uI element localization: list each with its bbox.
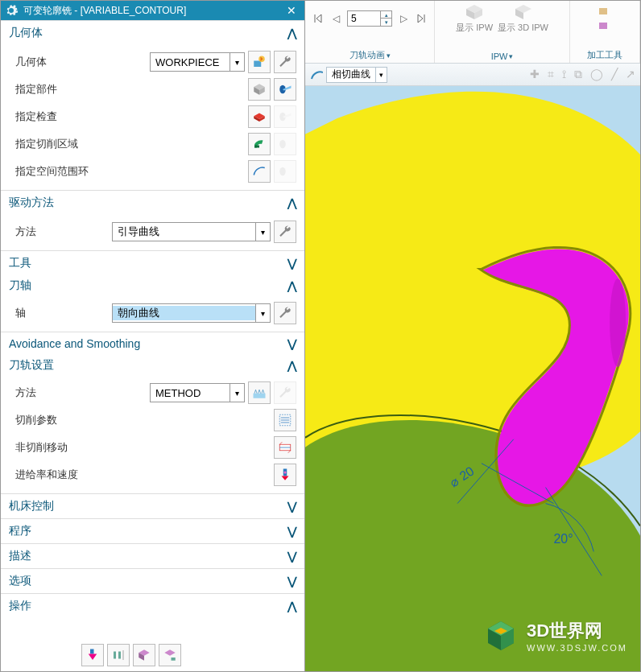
path-method-wrench-button[interactable] — [274, 381, 296, 404]
geometry-dropdown[interactable]: WORKPIECE ▾ — [150, 52, 245, 72]
op-list-button[interactable] — [159, 644, 181, 666]
play-rev-icon[interactable]: ◁ — [329, 12, 342, 25]
axis-wrench-button[interactable] — [274, 302, 296, 324]
play-fwd-icon[interactable]: ▷ — [397, 12, 410, 25]
tool-glyph-cell[interactable]: ⌗ — [548, 68, 554, 81]
section-header-label: 选项 — [9, 574, 31, 588]
spec-check-label: 指定检查 — [15, 109, 112, 124]
watermark-line2: WWW.3DSJW.COM — [527, 643, 627, 653]
section-header-label: 描述 — [9, 549, 31, 563]
section-operation[interactable]: 操作⋀ — [1, 593, 304, 618]
drive-method-value: 引导曲线 — [113, 225, 255, 239]
section-tool-axis[interactable]: 刀轴 ⋀ — [1, 275, 304, 296]
spec-part-label: 指定部件 — [15, 82, 112, 97]
dim-angle: 20° — [554, 532, 573, 546]
section-tool[interactable]: 工具 ⋁ — [1, 250, 304, 275]
svg-point-5 — [279, 167, 286, 176]
axis-dropdown[interactable]: 朝向曲线 ▾ — [112, 303, 271, 323]
ribbon-group-tool-label: 加工工具 — [587, 49, 622, 61]
svg-rect-13 — [599, 23, 607, 29]
spec-spacerange-select-button[interactable] — [248, 160, 271, 183]
path-method-dropdown[interactable]: METHOD ▾ — [150, 383, 245, 402]
section-description[interactable]: 描述⋁ — [1, 543, 304, 568]
play-rev-end-icon[interactable] — [312, 12, 325, 25]
spec-spacerange-flash-button[interactable] — [274, 160, 296, 183]
ribbon: ◁ ▴▾ ▷ 刀轨动画 ▾ 显示 IPW 显示 3D IPW — [305, 1, 640, 64]
drive-method-wrench-button[interactable] — [274, 221, 296, 243]
svg-point-10 — [284, 472, 287, 474]
section-avoidance[interactable]: Avoidance and Smoothing ⋁ — [1, 332, 304, 355]
tool-glyph-slash[interactable]: ╱ — [611, 68, 618, 81]
spec-cutarea-label: 指定切削区域 — [15, 137, 112, 151]
geometry-dropdown-value: WORKPIECE — [151, 56, 230, 68]
group-more-icon[interactable]: ▾ — [387, 52, 391, 60]
ribbon-icon-2[interactable] — [598, 19, 611, 31]
display-ipw-label[interactable]: 显示 IPW — [456, 22, 493, 34]
tool-glyph-circle[interactable]: ◯ — [590, 68, 603, 81]
noncut-button[interactable] — [274, 436, 296, 459]
section-header-label: 刀轴 — [9, 278, 31, 293]
op-verify-button[interactable] — [133, 644, 155, 666]
op-replay-button[interactable] — [107, 644, 130, 666]
tool-glyph-link[interactable]: ⧉ — [574, 68, 582, 81]
tool-glyph-arrow[interactable]: ↗ — [626, 68, 635, 81]
spec-check-flash-button[interactable] — [274, 105, 296, 128]
cut-params-button[interactable] — [274, 409, 296, 431]
noncut-label: 非切削移动 — [15, 440, 112, 455]
spec-cutarea-select-button[interactable] — [248, 133, 271, 155]
spinner-up[interactable]: ▴ — [380, 11, 391, 19]
watermark-cube-icon — [483, 618, 519, 653]
gear-icon — [4, 3, 19, 18]
close-button[interactable]: ✕ — [282, 4, 301, 17]
svg-rect-12 — [599, 8, 607, 14]
chevron-up-icon: ⋀ — [287, 279, 296, 292]
path-method-inherit-button[interactable] — [248, 381, 271, 404]
frame-spinner[interactable]: ▴▾ — [347, 10, 392, 27]
selection-rule-dropdown[interactable]: 相切曲线 ▾ — [326, 67, 387, 83]
chevron-down-icon: ▾ — [255, 223, 270, 241]
section-toolpath-settings[interactable]: 刀轨设置 ⋀ — [1, 355, 304, 376]
feed-button[interactable] — [274, 464, 296, 486]
curve-filter-icon[interactable] — [310, 68, 323, 81]
chevron-up-icon: ⋀ — [287, 600, 296, 612]
chevron-up-icon: ⋀ — [287, 27, 296, 39]
ribbon-icon-1[interactable] — [598, 4, 611, 17]
drive-method-label: 方法 — [15, 225, 112, 239]
spec-cutarea-flash-button[interactable] — [274, 133, 296, 155]
frame-spinner-input[interactable] — [348, 11, 380, 26]
section-program[interactable]: 程序⋁ — [1, 518, 304, 543]
3d-viewport[interactable]: ⌀ 20 20° 3D世界网 WWW.3DSJW.COM — [305, 86, 640, 671]
chevron-down-icon: ⋁ — [287, 257, 296, 270]
tool-glyph-snap[interactable]: ⟟ — [562, 68, 566, 81]
op-generate-button[interactable] — [81, 644, 104, 666]
axis-label: 轴 — [15, 306, 112, 320]
section-options[interactable]: 选项⋁ — [1, 568, 304, 593]
play-fwd-end-icon[interactable] — [415, 12, 428, 25]
group-more-icon[interactable]: ▾ — [509, 52, 513, 60]
svg-point-14 — [610, 278, 626, 367]
dialog-title: 可变轮廓铣 - [VARIABLE_CONTOUR] — [23, 4, 186, 18]
spec-part-select-button[interactable] — [248, 78, 271, 101]
cut-params-label: 切削参数 — [15, 413, 112, 427]
ribbon-group-toolpath-label: 刀轨动画 — [349, 49, 385, 61]
axis-value: 朝向曲线 — [113, 306, 255, 320]
dialog-titlebar: 可变轮廓铣 - [VARIABLE_CONTOUR] ✕ — [1, 1, 304, 20]
chevron-down-icon: ⋁ — [287, 575, 296, 587]
drive-method-dropdown[interactable]: 引导曲线 ▾ — [112, 222, 271, 241]
spinner-down[interactable]: ▾ — [380, 19, 391, 26]
svg-point-4 — [279, 140, 286, 149]
display-3d-ipw-label[interactable]: 显示 3D IPW — [498, 22, 548, 34]
chevron-up-icon: ⋀ — [287, 196, 296, 209]
geometry-create-button[interactable] — [248, 51, 271, 73]
section-geometry[interactable]: 几何体 ⋀ — [1, 20, 304, 45]
spec-check-select-button[interactable] — [248, 105, 271, 128]
chevron-down-icon: ▾ — [230, 384, 244, 402]
spec-spacerange-label: 指定空间范围环 — [15, 164, 112, 179]
tool-glyph-cross[interactable]: ✚ — [530, 68, 540, 81]
section-machine-control[interactable]: 机床控制⋁ — [1, 493, 304, 518]
section-drive-method[interactable]: 驱动方法 ⋀ — [1, 190, 304, 215]
spec-part-flash-button[interactable] — [274, 78, 296, 101]
path-method-value: METHOD — [151, 387, 230, 399]
wrench-button[interactable] — [274, 51, 296, 73]
svg-rect-6 — [254, 394, 266, 398]
